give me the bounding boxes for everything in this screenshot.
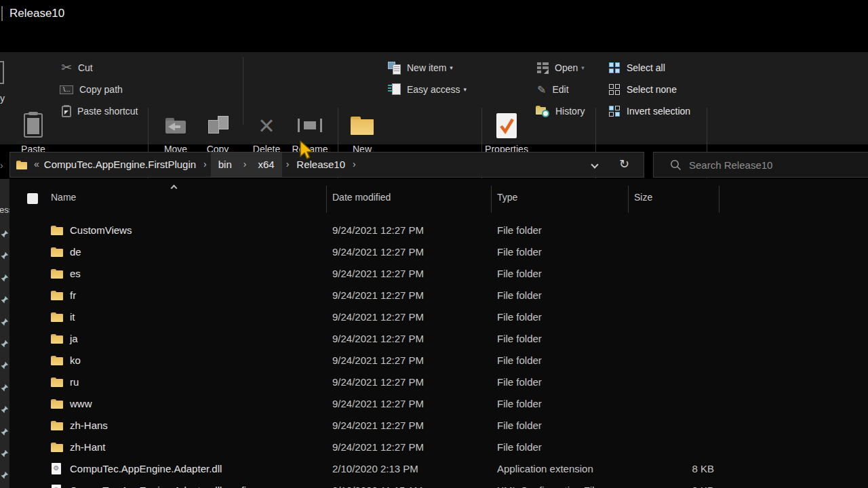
table-row[interactable]: zh-Hans9/24/2021 12:27 PMFile folder <box>0 415 868 436</box>
table-row[interactable]: fr9/24/2021 12:27 PMFile folder <box>0 285 868 306</box>
file-size <box>618 328 714 350</box>
file-date-modified: 9/24/2021 12:27 PM <box>332 415 424 436</box>
new-folder-icon <box>351 117 374 135</box>
select-all-icon <box>609 62 620 74</box>
file-type: File folder <box>497 350 542 371</box>
file-type: File folder <box>497 241 542 263</box>
invert-selection-icon <box>609 106 620 117</box>
folder-icon <box>51 247 63 257</box>
copy-to-icon <box>207 116 229 135</box>
cut-button[interactable]: ✂ Cut <box>61 58 93 77</box>
table-row[interactable]: ⚙CompuTec.AppEngine.Adapter.dll2/10/2020… <box>0 458 868 480</box>
file-date-modified: 9/24/2021 12:27 PM <box>332 285 424 306</box>
chevron-right-icon[interactable]: › <box>239 152 251 177</box>
nav-forward-fragment[interactable]: › <box>0 160 3 171</box>
invert-selection-label: Invert selection <box>627 106 690 117</box>
file-size <box>618 415 714 436</box>
file-type: File folder <box>497 393 542 415</box>
table-row[interactable]: ko9/24/2021 12:27 PMFile folder <box>0 350 868 371</box>
address-folder-icon <box>16 161 27 169</box>
refresh-icon[interactable]: ↻ <box>619 157 629 171</box>
address-dropdown-button[interactable] <box>592 162 597 167</box>
breadcrumb-item[interactable]: CompuTec.AppEngine.FirstPlugin <box>41 152 199 177</box>
file-size: 8 KB <box>618 458 714 480</box>
file-size <box>618 371 714 393</box>
edit-label: Edit <box>552 84 568 95</box>
new-item-label: New item <box>407 62 446 73</box>
edit-button[interactable]: ✎ Edit <box>537 80 569 99</box>
search-input[interactable] <box>689 153 859 176</box>
file-size: 2 KB <box>618 480 714 488</box>
file-date-modified: 9/24/2021 12:27 PM <box>332 350 424 371</box>
crumb-overflow-icon[interactable]: « <box>27 152 41 177</box>
chevron-right-icon[interactable]: › <box>282 152 294 177</box>
table-row[interactable]: CustomViews9/24/2021 12:27 PMFile folder <box>0 220 868 241</box>
easy-access-button[interactable]: Easy access ▾ <box>388 80 467 99</box>
file-name: es <box>70 263 81 285</box>
chevron-right-icon[interactable]: › <box>349 152 360 177</box>
column-header-type[interactable]: Type <box>497 192 517 203</box>
file-type: File folder <box>497 220 542 241</box>
column-divider[interactable] <box>326 186 327 213</box>
file-date-modified: 9/24/2021 12:27 PM <box>332 371 424 393</box>
copy-label-fragment: y <box>0 93 5 104</box>
table-row[interactable]: de9/24/2021 12:27 PMFile folder <box>0 241 868 263</box>
file-size <box>618 393 714 415</box>
clipboard-icon <box>24 113 43 138</box>
column-header-name[interactable]: Name <box>51 192 76 203</box>
column-divider[interactable] <box>491 186 492 213</box>
chevron-down-icon: ▾ <box>581 64 585 71</box>
history-label: History <box>555 106 585 117</box>
copy-button-fragment[interactable] <box>0 61 4 84</box>
chevron-right-icon[interactable]: › <box>199 152 211 177</box>
file-date-modified: 2/10/2020 11:15 AM <box>332 480 422 488</box>
history-button[interactable]: History <box>536 102 585 121</box>
file-date-modified: 2/10/2020 2:13 PM <box>332 458 418 480</box>
table-row[interactable]: es9/24/2021 12:27 PMFile folder <box>0 263 868 285</box>
column-header-date[interactable]: Date modified <box>332 192 391 203</box>
file-type: File folder <box>497 371 542 393</box>
folder-icon <box>51 378 63 387</box>
folder-icon <box>51 312 63 322</box>
group-separator <box>243 57 243 125</box>
open-button[interactable]: Open ▾ <box>537 58 585 77</box>
file-size <box>618 350 714 371</box>
column-header-size[interactable]: Size <box>634 192 652 203</box>
table-row[interactable]: ⚙CompuTec.AppEngine.Adapter.dll.config2/… <box>0 480 868 488</box>
search-icon <box>670 159 682 171</box>
file-date-modified: 9/24/2021 12:27 PM <box>332 241 424 263</box>
file-name: de <box>70 241 81 263</box>
file-type: File folder <box>497 415 542 436</box>
file-size <box>618 285 714 306</box>
table-row[interactable]: ja9/24/2021 12:27 PMFile folder <box>0 328 868 350</box>
search-box[interactable] <box>653 152 868 178</box>
column-divider[interactable] <box>628 186 629 213</box>
new-item-button[interactable]: New item ▾ <box>388 58 453 77</box>
file-name: fr <box>70 285 76 306</box>
file-type: File folder <box>497 328 542 350</box>
file-name: ko <box>70 350 81 371</box>
address-bar[interactable]: « CompuTec.AppEngine.FirstPlugin›bin›x64… <box>9 152 644 178</box>
select-all-button[interactable]: Select all <box>609 58 665 77</box>
delete-icon: × <box>258 113 274 138</box>
ribbon-tab-row: Share View <box>0 27 868 52</box>
file-date-modified: 9/24/2021 12:27 PM <box>332 436 424 458</box>
select-none-button[interactable]: Select none <box>609 80 677 99</box>
file-type: File folder <box>497 306 542 328</box>
open-icon <box>537 62 549 74</box>
table-row[interactable]: www9/24/2021 12:27 PMFile folder <box>0 393 868 415</box>
column-divider[interactable] <box>719 186 719 213</box>
invert-selection-button[interactable]: Invert selection <box>609 102 690 121</box>
breadcrumb-item[interactable]: bin <box>211 152 239 177</box>
table-row[interactable]: it9/24/2021 12:27 PMFile folder <box>0 306 868 328</box>
breadcrumb-item[interactable]: x64 <box>250 152 281 177</box>
select-all-checkbox[interactable] <box>27 193 38 204</box>
paste-shortcut-button[interactable]: Paste shortcut <box>62 102 138 121</box>
table-row[interactable]: zh-Hant9/24/2021 12:27 PMFile folder <box>0 436 868 458</box>
file-name: ja <box>70 328 78 350</box>
table-row[interactable]: ru9/24/2021 12:27 PMFile folder <box>0 371 868 393</box>
file-size <box>618 263 714 285</box>
history-icon <box>536 105 549 117</box>
copy-path-button[interactable]: \… Copy path <box>60 80 123 99</box>
folder-icon <box>51 421 63 430</box>
